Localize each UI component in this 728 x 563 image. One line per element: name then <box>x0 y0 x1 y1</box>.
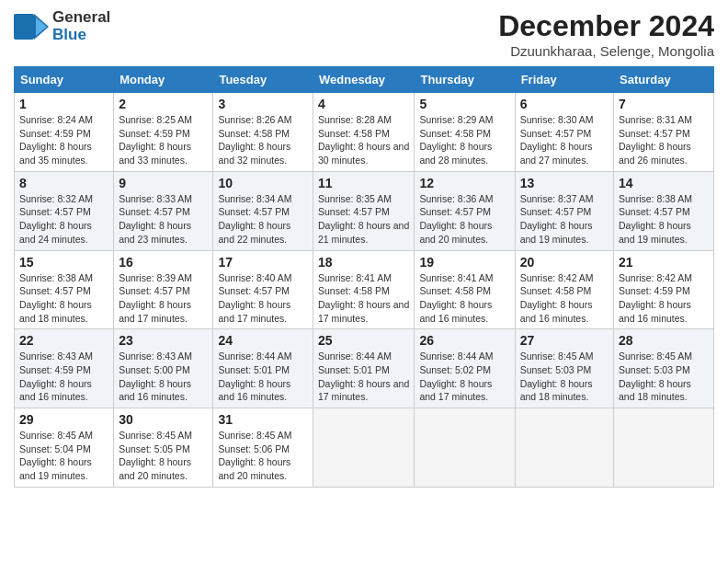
calendar-cell: 6Sunrise: 8:30 AMSunset: 4:57 PMDaylight… <box>515 93 613 172</box>
calendar-cell: 18Sunrise: 8:41 AMSunset: 4:58 PMDayligh… <box>313 250 415 329</box>
calendar-cell: 10Sunrise: 8:34 AMSunset: 4:57 PMDayligh… <box>213 171 313 250</box>
day-info: Sunrise: 8:28 AMSunset: 4:58 PMDaylight:… <box>318 113 409 167</box>
calendar-cell: 31Sunrise: 8:45 AMSunset: 5:06 PMDayligh… <box>213 408 313 488</box>
day-header-friday: Friday <box>515 67 613 93</box>
day-number: 10 <box>218 176 308 190</box>
day-header-sunday: Sunday <box>15 67 114 93</box>
day-info: Sunrise: 8:29 AMSunset: 4:58 PMDaylight:… <box>419 113 509 167</box>
calendar-cell <box>415 408 515 488</box>
day-number: 14 <box>619 176 709 190</box>
day-number: 22 <box>19 333 108 348</box>
day-number: 28 <box>619 333 709 348</box>
day-info: Sunrise: 8:33 AMSunset: 4:57 PMDaylight:… <box>119 192 208 247</box>
day-number: 2 <box>119 97 208 111</box>
page-header: General Blue December 2024 Dzuunkharaa, … <box>14 9 714 59</box>
calendar-cell: 30Sunrise: 8:45 AMSunset: 5:05 PMDayligh… <box>114 408 213 488</box>
logo: General Blue <box>14 9 110 43</box>
calendar-cell: 25Sunrise: 8:44 AMSunset: 5:01 PMDayligh… <box>313 329 415 408</box>
day-info: Sunrise: 8:35 AMSunset: 4:57 PMDaylight:… <box>318 192 409 247</box>
day-number: 26 <box>419 333 509 348</box>
calendar-cell: 4Sunrise: 8:28 AMSunset: 4:58 PMDaylight… <box>313 93 415 172</box>
day-info: Sunrise: 8:45 AMSunset: 5:03 PMDaylight:… <box>520 350 609 404</box>
day-info: Sunrise: 8:39 AMSunset: 4:57 PMDaylight:… <box>119 271 208 326</box>
main-title: December 2024 <box>498 9 714 43</box>
calendar-cell: 19Sunrise: 8:41 AMSunset: 4:58 PMDayligh… <box>415 250 515 329</box>
day-info: Sunrise: 8:41 AMSunset: 4:58 PMDaylight:… <box>419 271 509 326</box>
calendar-cell: 24Sunrise: 8:44 AMSunset: 5:01 PMDayligh… <box>213 329 313 408</box>
calendar-cell: 13Sunrise: 8:37 AMSunset: 4:57 PMDayligh… <box>515 171 613 250</box>
week-row-5: 29Sunrise: 8:45 AMSunset: 5:04 PMDayligh… <box>15 408 714 488</box>
day-number: 13 <box>520 176 609 190</box>
calendar-cell: 3Sunrise: 8:26 AMSunset: 4:58 PMDaylight… <box>213 93 313 172</box>
day-info: Sunrise: 8:26 AMSunset: 4:58 PMDaylight:… <box>218 113 308 167</box>
calendar-cell: 27Sunrise: 8:45 AMSunset: 5:03 PMDayligh… <box>515 329 613 408</box>
calendar-cell: 8Sunrise: 8:32 AMSunset: 4:57 PMDaylight… <box>15 171 114 250</box>
calendar-cell: 29Sunrise: 8:45 AMSunset: 5:04 PMDayligh… <box>15 408 114 488</box>
day-info: Sunrise: 8:32 AMSunset: 4:57 PMDaylight:… <box>19 192 108 247</box>
day-info: Sunrise: 8:34 AMSunset: 4:57 PMDaylight:… <box>218 192 308 247</box>
day-info: Sunrise: 8:38 AMSunset: 4:57 PMDaylight:… <box>619 192 709 247</box>
day-info: Sunrise: 8:42 AMSunset: 4:59 PMDaylight:… <box>619 271 709 326</box>
day-number: 6 <box>520 97 609 111</box>
calendar-cell <box>313 408 415 488</box>
subtitle: Dzuunkharaa, Selenge, Mongolia <box>498 43 714 59</box>
day-number: 15 <box>19 255 108 270</box>
day-info: Sunrise: 8:37 AMSunset: 4:57 PMDaylight:… <box>520 192 609 247</box>
day-number: 21 <box>619 255 709 270</box>
day-number: 19 <box>419 255 509 270</box>
day-number: 29 <box>19 412 108 427</box>
calendar-cell: 5Sunrise: 8:29 AMSunset: 4:58 PMDaylight… <box>415 93 515 172</box>
day-number: 27 <box>520 333 609 348</box>
day-number: 8 <box>19 176 108 190</box>
day-info: Sunrise: 8:44 AMSunset: 5:02 PMDaylight:… <box>419 350 509 404</box>
logo-text-line2: Blue <box>52 27 110 44</box>
day-info: Sunrise: 8:31 AMSunset: 4:57 PMDaylight:… <box>619 113 709 167</box>
day-info: Sunrise: 8:41 AMSunset: 4:58 PMDaylight:… <box>318 271 409 326</box>
day-number: 11 <box>318 176 409 190</box>
day-info: Sunrise: 8:45 AMSunset: 5:05 PMDaylight:… <box>119 429 208 483</box>
calendar-cell: 15Sunrise: 8:38 AMSunset: 4:57 PMDayligh… <box>15 250 114 329</box>
day-info: Sunrise: 8:45 AMSunset: 5:04 PMDaylight:… <box>19 429 108 483</box>
day-header-tuesday: Tuesday <box>213 67 313 93</box>
day-number: 23 <box>119 333 208 348</box>
day-header-wednesday: Wednesday <box>313 67 415 93</box>
calendar-cell: 9Sunrise: 8:33 AMSunset: 4:57 PMDaylight… <box>114 171 213 250</box>
day-number: 16 <box>119 255 208 270</box>
calendar-cell: 12Sunrise: 8:36 AMSunset: 4:57 PMDayligh… <box>415 171 515 250</box>
week-row-4: 22Sunrise: 8:43 AMSunset: 4:59 PMDayligh… <box>15 329 714 408</box>
week-row-1: 1Sunrise: 8:24 AMSunset: 4:59 PMDaylight… <box>15 93 714 172</box>
day-number: 17 <box>218 255 308 270</box>
title-block: December 2024 Dzuunkharaa, Selenge, Mong… <box>498 9 714 59</box>
logo-text-line1: General <box>52 9 110 27</box>
day-info: Sunrise: 8:43 AMSunset: 5:00 PMDaylight:… <box>119 350 208 404</box>
day-header-saturday: Saturday <box>614 67 714 93</box>
calendar-cell: 21Sunrise: 8:42 AMSunset: 4:59 PMDayligh… <box>614 250 714 329</box>
calendar-table: SundayMondayTuesdayWednesdayThursdayFrid… <box>14 66 714 488</box>
day-number: 4 <box>318 97 409 111</box>
calendar-cell: 26Sunrise: 8:44 AMSunset: 5:02 PMDayligh… <box>415 329 515 408</box>
week-row-2: 8Sunrise: 8:32 AMSunset: 4:57 PMDaylight… <box>15 171 714 250</box>
day-header-monday: Monday <box>114 67 213 93</box>
calendar-cell <box>515 408 613 488</box>
day-number: 24 <box>218 333 308 348</box>
calendar-cell: 28Sunrise: 8:45 AMSunset: 5:03 PMDayligh… <box>614 329 714 408</box>
day-info: Sunrise: 8:38 AMSunset: 4:57 PMDaylight:… <box>19 271 108 326</box>
calendar-cell: 23Sunrise: 8:43 AMSunset: 5:00 PMDayligh… <box>114 329 213 408</box>
calendar-cell: 14Sunrise: 8:38 AMSunset: 4:57 PMDayligh… <box>614 171 714 250</box>
day-info: Sunrise: 8:45 AMSunset: 5:06 PMDaylight:… <box>218 429 308 483</box>
day-number: 31 <box>218 412 308 427</box>
calendar-cell: 2Sunrise: 8:25 AMSunset: 4:59 PMDaylight… <box>114 93 213 172</box>
day-info: Sunrise: 8:44 AMSunset: 5:01 PMDaylight:… <box>318 350 409 404</box>
day-header-thursday: Thursday <box>415 67 515 93</box>
day-info: Sunrise: 8:45 AMSunset: 5:03 PMDaylight:… <box>619 350 709 404</box>
day-info: Sunrise: 8:25 AMSunset: 4:59 PMDaylight:… <box>119 113 208 167</box>
day-number: 7 <box>619 97 709 111</box>
day-info: Sunrise: 8:42 AMSunset: 4:58 PMDaylight:… <box>520 271 609 326</box>
day-number: 25 <box>318 333 409 348</box>
calendar-cell: 17Sunrise: 8:40 AMSunset: 4:57 PMDayligh… <box>213 250 313 329</box>
day-number: 1 <box>19 97 108 111</box>
day-number: 20 <box>520 255 609 270</box>
day-info: Sunrise: 8:40 AMSunset: 4:57 PMDaylight:… <box>218 271 308 326</box>
week-row-3: 15Sunrise: 8:38 AMSunset: 4:57 PMDayligh… <box>15 250 714 329</box>
day-number: 3 <box>218 97 308 111</box>
